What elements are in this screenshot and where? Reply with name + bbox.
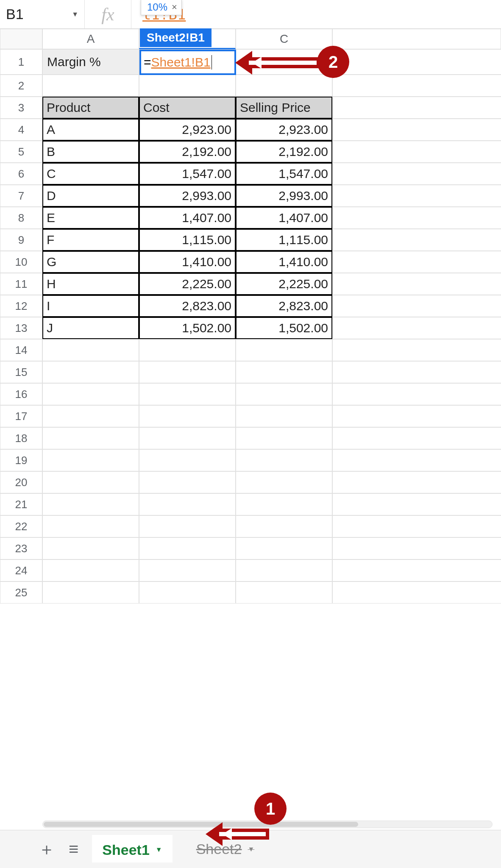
table-cell-product[interactable]: I	[42, 295, 139, 317]
cell[interactable]	[42, 559, 139, 581]
row-header[interactable]: 7	[0, 185, 42, 207]
cell[interactable]	[236, 559, 332, 581]
cell-filler[interactable]	[332, 339, 501, 361]
row-header[interactable]: 6	[0, 163, 42, 185]
cell-filler[interactable]	[332, 449, 501, 471]
row-header[interactable]: 5	[0, 141, 42, 163]
cell-filler[interactable]	[332, 185, 501, 207]
cell[interactable]	[42, 493, 139, 515]
row-header[interactable]: 22	[0, 515, 42, 537]
cell[interactable]	[139, 471, 236, 493]
cell-filler[interactable]	[332, 49, 501, 75]
cell[interactable]	[236, 427, 332, 449]
table-cell-value[interactable]: 2,225.00	[139, 273, 236, 295]
table-cell-value[interactable]: 2,923.00	[236, 119, 332, 141]
table-cell-value[interactable]: 2,823.00	[139, 295, 236, 317]
cell[interactable]	[139, 515, 236, 537]
row-header[interactable]: 12	[0, 295, 42, 317]
cell-filler[interactable]	[332, 559, 501, 581]
cell[interactable]	[42, 427, 139, 449]
cell[interactable]	[139, 559, 236, 581]
cell[interactable]	[42, 339, 139, 361]
cell-filler[interactable]	[332, 493, 501, 515]
cell-filler[interactable]	[332, 537, 501, 559]
row-header[interactable]: 10	[0, 251, 42, 273]
cell[interactable]	[42, 581, 139, 604]
row-header[interactable]: 20	[0, 471, 42, 493]
cell[interactable]	[42, 449, 139, 471]
active-cell-editor[interactable]: = Sheet1!B1	[139, 50, 236, 75]
row-header[interactable]: 15	[0, 361, 42, 383]
cell[interactable]	[236, 449, 332, 471]
cell[interactable]	[236, 471, 332, 493]
table-cell-product[interactable]: H	[42, 273, 139, 295]
cell-filler[interactable]	[332, 97, 501, 119]
cell[interactable]	[139, 361, 236, 383]
table-cell-value[interactable]: 1,410.00	[236, 251, 332, 273]
table-cell-value[interactable]: 1,502.00	[139, 317, 236, 339]
cell[interactable]	[236, 515, 332, 537]
cell-filler[interactable]	[332, 427, 501, 449]
cell-filler[interactable]	[332, 75, 501, 97]
table-cell-value[interactable]: 2,192.00	[139, 141, 236, 163]
cell-filler[interactable]	[332, 383, 501, 405]
cell[interactable]	[42, 471, 139, 493]
cell[interactable]	[236, 383, 332, 405]
cell[interactable]	[236, 75, 332, 97]
table-cell-product[interactable]: D	[42, 185, 139, 207]
cell[interactable]	[139, 449, 236, 471]
row-header[interactable]: 13	[0, 317, 42, 339]
name-box[interactable]: B1 ▼	[0, 0, 85, 28]
select-all-corner[interactable]	[0, 29, 42, 49]
row-header[interactable]: 21	[0, 493, 42, 515]
cell[interactable]	[139, 581, 236, 604]
cell[interactable]	[236, 361, 332, 383]
table-cell-product[interactable]: F	[42, 229, 139, 251]
cell[interactable]	[139, 75, 236, 97]
cell-filler[interactable]	[332, 471, 501, 493]
cell-a1-label[interactable]: Margin %	[42, 49, 139, 75]
row-header[interactable]: 9	[0, 229, 42, 251]
table-cell-value[interactable]: 2,993.00	[236, 185, 332, 207]
chevron-down-icon[interactable]: ▼	[156, 846, 162, 854]
cell[interactable]	[42, 75, 139, 97]
table-header[interactable]: Selling Price	[236, 97, 332, 119]
chevron-down-icon[interactable]: ▼	[248, 846, 254, 853]
cell[interactable]	[42, 405, 139, 427]
table-cell-value[interactable]: 1,547.00	[236, 163, 332, 185]
row-header[interactable]: 23	[0, 537, 42, 559]
row-header[interactable]: 8	[0, 207, 42, 229]
row-header[interactable]: 19	[0, 449, 42, 471]
table-cell-value[interactable]: 2,823.00	[236, 295, 332, 317]
formula-input[interactable]: t1!B1	[131, 0, 501, 28]
table-cell-product[interactable]: B	[42, 141, 139, 163]
table-header[interactable]: Cost	[139, 97, 236, 119]
cell-filler[interactable]	[332, 361, 501, 383]
row-header[interactable]: 4	[0, 119, 42, 141]
cell[interactable]	[139, 405, 236, 427]
table-cell-product[interactable]: G	[42, 251, 139, 273]
row-header[interactable]: 1	[0, 49, 42, 75]
table-cell-value[interactable]: 1,407.00	[236, 207, 332, 229]
cell[interactable]	[236, 493, 332, 515]
table-cell-value[interactable]: 2,923.00	[139, 119, 236, 141]
table-cell-value[interactable]: 1,410.00	[139, 251, 236, 273]
row-header[interactable]: 17	[0, 405, 42, 427]
cell[interactable]	[236, 537, 332, 559]
name-box-dropdown-icon[interactable]: ▼	[72, 11, 78, 18]
all-sheets-icon[interactable]: ≡	[69, 840, 78, 859]
row-header[interactable]: 11	[0, 273, 42, 295]
table-cell-value[interactable]: 1,502.00	[236, 317, 332, 339]
cell-filler[interactable]	[332, 273, 501, 295]
cell-filler[interactable]	[332, 405, 501, 427]
cell-filler[interactable]	[332, 515, 501, 537]
table-cell-value[interactable]: 1,407.00	[139, 207, 236, 229]
table-cell-value[interactable]: 2,993.00	[139, 185, 236, 207]
cell-filler[interactable]	[332, 317, 501, 339]
table-cell-product[interactable]: A	[42, 119, 139, 141]
cell[interactable]	[42, 515, 139, 537]
cell[interactable]	[139, 493, 236, 515]
cell[interactable]	[139, 427, 236, 449]
table-cell-value[interactable]: 1,547.00	[139, 163, 236, 185]
row-header[interactable]: 18	[0, 427, 42, 449]
